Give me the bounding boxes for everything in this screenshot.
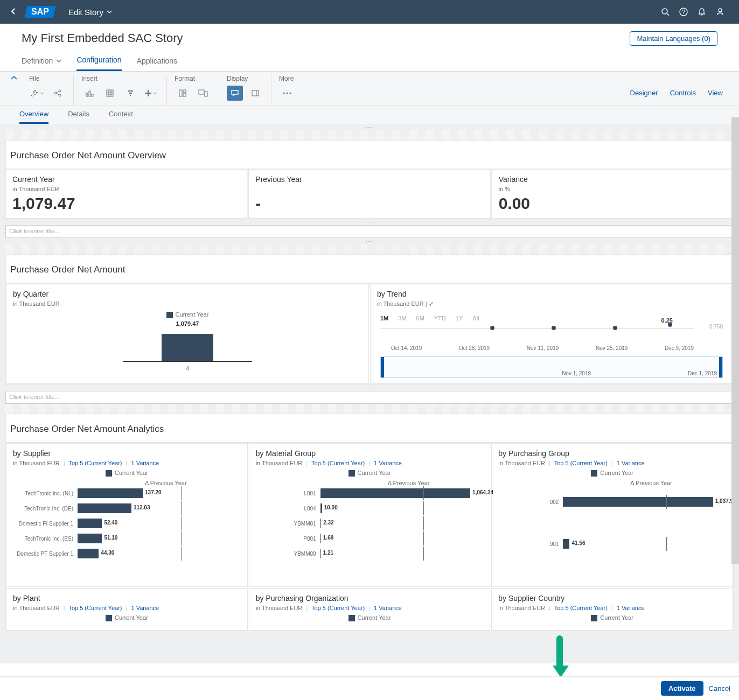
- trend-range-slider[interactable]: Nov 1, 2019 Dec 1, 2019: [380, 356, 723, 378]
- designer-link[interactable]: Designer: [630, 89, 658, 97]
- svg-point-7: [59, 94, 61, 96]
- story-canvas: ···· Purchase Order Net Amount Overview …: [0, 124, 739, 663]
- panel-icon[interactable]: [247, 86, 263, 101]
- chart-by-quarter[interactable]: by Quarter in Thousand EUR Current Year …: [6, 284, 369, 384]
- chart-icon[interactable]: [81, 86, 97, 101]
- svg-text:?: ?: [682, 9, 685, 15]
- add-icon[interactable]: [143, 86, 159, 101]
- wrench-icon[interactable]: [29, 86, 45, 101]
- drag-handle-icon[interactable]: ····: [5, 124, 734, 130]
- title-placeholder[interactable]: Click to enter title...: [5, 225, 734, 238]
- page-title: My First Embedded SAC Story: [22, 31, 183, 45]
- svg-line-9: [57, 94, 59, 95]
- svg-rect-13: [107, 90, 113, 96]
- hbar-row: L0011,064.24: [256, 488, 484, 498]
- top-bar: SAP Edit Story ?: [0, 0, 739, 24]
- kpi-previous-year[interactable]: Previous Year -: [248, 169, 490, 219]
- filter-icon[interactable]: [122, 86, 138, 101]
- kpi-current-year[interactable]: Current Year in Thousand EUR 1,079.47: [5, 169, 247, 219]
- help-icon[interactable]: ?: [674, 3, 693, 21]
- hbar-bar: [320, 488, 470, 498]
- hbar-category: YBMM00: [256, 551, 320, 557]
- drag-handle-icon[interactable]: ····: [5, 238, 734, 244]
- svg-point-6: [59, 90, 61, 92]
- hbar-category: TechTronic Inc. (DE): [13, 506, 78, 512]
- svg-point-31: [287, 93, 288, 94]
- svg-point-32: [290, 93, 291, 94]
- ribbon-group-more: More: [279, 75, 295, 82]
- chart-by-purchasing-group[interactable]: by Purchasing Group in Thousand EUR | To…: [491, 443, 733, 587]
- drag-handle-icon[interactable]: ····: [5, 384, 734, 391]
- hbar-value: 1.21: [323, 550, 333, 556]
- chart-by-trend[interactable]: by Trend in Thousand EUR | ⤢ 1M 3M 6M YT…: [370, 284, 733, 384]
- tab-definition[interactable]: Definition: [22, 55, 61, 71]
- hbar-category: L001: [256, 491, 320, 496]
- ribbon-collapse-icon[interactable]: [11, 75, 22, 105]
- table-icon[interactable]: [102, 86, 118, 101]
- hbar-category: P001: [256, 536, 320, 542]
- hbar-row: 00141.56: [498, 539, 726, 549]
- chart-settings-icon[interactable]: | ⤢: [426, 300, 434, 307]
- scrollbar[interactable]: [731, 117, 739, 564]
- tab-configuration[interactable]: Configuration: [76, 55, 121, 71]
- chart-by-supplier-country[interactable]: by Supplier Country in Thousand EUR | To…: [491, 588, 733, 631]
- comment-icon[interactable]: [227, 86, 243, 101]
- chart-by-material-group[interactable]: by Material Group in Thousand EUR | Top …: [249, 443, 491, 587]
- svg-rect-10: [86, 93, 88, 96]
- hbar-category: 001: [498, 541, 563, 547]
- checker-strip: [5, 130, 734, 140]
- svg-rect-24: [183, 90, 186, 93]
- hbar-value: 52.40: [104, 520, 117, 526]
- svg-rect-27: [205, 92, 207, 96]
- share-icon[interactable]: [50, 86, 66, 101]
- search-icon[interactable]: [656, 3, 674, 21]
- notifications-icon[interactable]: [693, 3, 711, 21]
- app-title: Edit Story: [68, 8, 103, 17]
- svg-rect-12: [92, 94, 93, 96]
- hbar-value: 2.32: [323, 520, 333, 526]
- layout-icon[interactable]: [175, 86, 191, 101]
- hbar-bar: [563, 497, 713, 507]
- hbar-value: 112.03: [134, 505, 150, 510]
- chart-by-plant[interactable]: by Plant in Thousand EUR | Top 5 (Curren…: [6, 588, 248, 631]
- ribbon-group-insert: Insert: [81, 75, 159, 82]
- svg-point-30: [283, 93, 285, 94]
- hbar-row: TechTronic Inc. (DE)112.03: [13, 503, 241, 513]
- chart-by-supplier[interactable]: by Supplier in Thousand EUR | Top 5 (Cur…: [6, 443, 248, 587]
- kpi-variance[interactable]: Variance in % 0.00: [492, 169, 734, 219]
- title-placeholder[interactable]: Click to enter title...: [5, 391, 734, 404]
- user-icon[interactable]: [711, 3, 729, 21]
- back-icon[interactable]: [10, 8, 18, 16]
- view-link[interactable]: View: [708, 89, 723, 97]
- chart-by-purchasing-org[interactable]: by Purchasing Organization in Thousand E…: [249, 588, 491, 631]
- trend-range-selector[interactable]: 1M 3M 6M YTD 1Y All: [377, 312, 726, 324]
- annotation-arrow-icon: [553, 635, 567, 663]
- maintain-languages-button[interactable]: Maintain Languages (0): [630, 31, 717, 46]
- hbar-category: Domestic FI Supplier 1: [13, 521, 78, 527]
- tab-applications[interactable]: Applications: [137, 55, 178, 71]
- hbar-value: 137.20: [145, 489, 162, 495]
- controls-link[interactable]: Controls: [670, 89, 696, 97]
- hbar-row: Domestic PT Supplier 144.30: [13, 549, 241, 558]
- sap-logo: SAP: [25, 6, 56, 18]
- svg-rect-25: [183, 94, 186, 96]
- hbar-row: TechTronic Inc. (NL)137.20: [13, 488, 241, 498]
- svg-line-8: [57, 92, 59, 93]
- subtab-details[interactable]: Details: [68, 110, 89, 124]
- hbar-bar: [320, 519, 322, 528]
- app-title-dropdown[interactable]: Edit Story: [68, 8, 112, 17]
- hbar-row: 0021,037.91: [498, 497, 726, 507]
- ribbon-group-format: Format: [175, 75, 211, 82]
- subtab-context[interactable]: Context: [109, 110, 133, 124]
- subtab-overview[interactable]: Overview: [19, 110, 48, 124]
- hbar-row: YBMM001.21: [256, 549, 484, 558]
- svg-point-5: [54, 92, 57, 94]
- hbar-bar: [78, 488, 143, 498]
- svg-rect-28: [252, 90, 259, 96]
- hbar-bar: [320, 503, 322, 513]
- svg-rect-11: [89, 91, 90, 96]
- hbar-row: P0011.68: [256, 534, 484, 543]
- more-icon[interactable]: [279, 86, 295, 101]
- drag-handle-icon[interactable]: ····: [5, 219, 734, 225]
- devices-icon[interactable]: [195, 86, 211, 101]
